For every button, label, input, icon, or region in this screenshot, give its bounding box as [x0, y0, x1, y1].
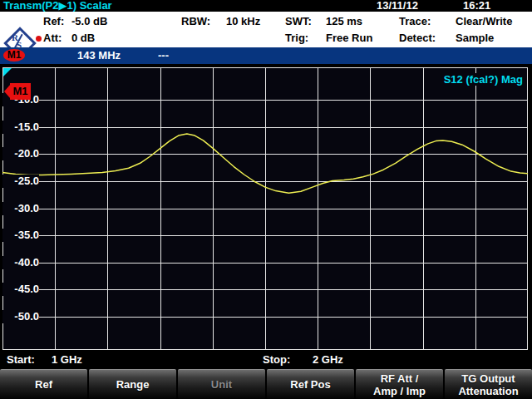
y-axis-tick-label: -45.0: [2, 283, 39, 296]
softkey-label: Amp / Imp: [373, 385, 426, 397]
softkey-ref-pos[interactable]: Ref Pos: [267, 369, 354, 399]
stop-freq-value: 2 GHz: [313, 352, 343, 368]
marker-readout-bar: M1 143 MHz ---: [0, 47, 532, 64]
marker-frequency: 143 MHz: [77, 47, 121, 64]
softkey-range[interactable]: Range: [89, 369, 176, 399]
y-axis-tick-label: -40.0: [2, 256, 39, 269]
att-value: 0 dB: [71, 32, 95, 44]
start-freq-label: Start:: [7, 352, 35, 368]
trace-mode-value: Clear/Write: [456, 16, 512, 27]
softkey-label: Attenuation: [458, 385, 518, 397]
rbw-value: 10 kHz: [226, 16, 260, 27]
softkey-label: RF Att /: [381, 372, 419, 385]
time-display: 16:21: [463, 0, 490, 12]
marker-m1-flag-label: M1: [10, 83, 31, 100]
marker-value: ---: [158, 47, 169, 64]
softkey-label: Range: [116, 378, 150, 391]
softkey-bar: RefRangeUnitRef PosRF Att /Amp / ImpTG O…: [0, 369, 532, 399]
softkey-label: Ref Pos: [290, 378, 330, 391]
chart-zone: S12 (fcal?) Mag M1 -10.0-15.0-20.0-25.0-…: [0, 64, 532, 352]
swt-label: SWT:: [285, 16, 312, 27]
trace-plot: [2, 67, 528, 350]
start-freq-value: 1 GHz: [52, 352, 82, 368]
rbw-label: RBW:: [181, 16, 210, 27]
softkey-label: Unit: [211, 378, 232, 391]
trigger-label: Trig:: [285, 32, 308, 44]
y-axis-tick-label: -35.0: [2, 229, 39, 242]
title-bar: Transm(P2▶1) Scalar 13/11/12 16:21: [0, 0, 532, 12]
y-axis-tick-label: -15.0: [2, 121, 39, 134]
measurement-title: Transm(P2▶1) Scalar: [3, 0, 112, 12]
y-axis-tick-label: -25.0: [2, 175, 39, 188]
att-label: Att:: [43, 32, 62, 44]
trigger-value: Free Run: [326, 32, 372, 44]
softkey-tg-output-attenuation[interactable]: TG OutputAttenuation: [445, 369, 532, 399]
trace-format-label: S12 (fcal?) Mag: [442, 73, 525, 86]
y-axis-tick-label: -50.0: [2, 310, 39, 323]
att-active-dot-icon: [36, 36, 42, 42]
date-display: 13/11/12: [377, 0, 418, 12]
ref-level-label: Ref:: [43, 16, 64, 27]
detector-label: Detect:: [399, 32, 436, 44]
softkey-ref[interactable]: Ref: [0, 369, 87, 399]
y-axis-tick-label: -20.0: [2, 147, 39, 160]
softkey-unit: Unit: [178, 369, 265, 399]
marker-m1-badge[interactable]: M1: [3, 49, 25, 62]
ref-level-value: -5.0 dB: [71, 16, 107, 27]
frequency-range-bar: Start: 1 GHz Stop: 2 GHz: [0, 352, 532, 368]
stop-freq-label: Stop:: [263, 352, 290, 368]
y-axis-tick-label: -30.0: [2, 202, 39, 215]
softkey-label: TG Output: [461, 372, 515, 385]
settings-band: R S Ref: -5.0 dB RBW: 10 kHz SWT: 125 ms…: [0, 12, 532, 47]
reference-corner-icon: [3, 68, 12, 76]
swt-value: 125 ms: [326, 16, 362, 27]
analyzer-screen: Transm(P2▶1) Scalar 13/11/12 16:21 R S R…: [0, 0, 532, 399]
detector-value: Sample: [456, 32, 494, 44]
softkey-rf-att-amp-imp[interactable]: RF Att /Amp / Imp: [356, 369, 443, 399]
measurement-graticule: S12 (fcal?) Mag M1 -10.0-15.0-20.0-25.0-…: [2, 67, 528, 350]
trace-mode-label: Trace:: [399, 16, 431, 27]
softkey-label: Ref: [35, 378, 52, 391]
